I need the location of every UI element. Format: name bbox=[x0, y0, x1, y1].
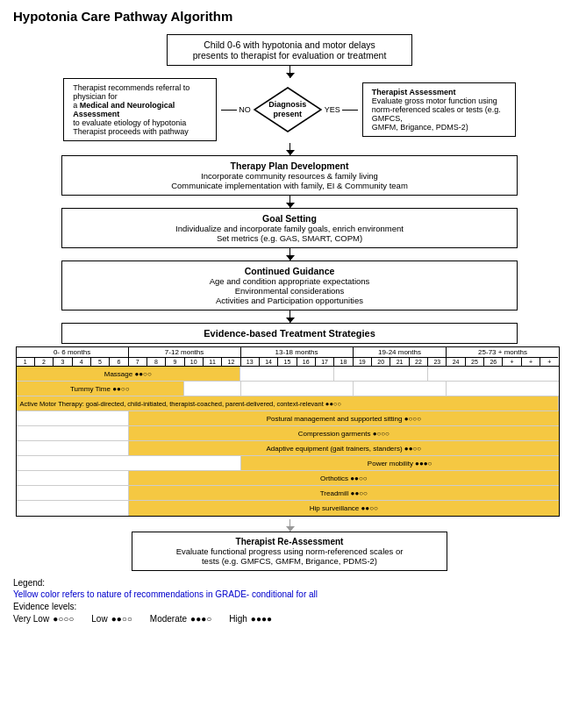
row-active-motor: Active Motor Therapy: goal-directed, chi… bbox=[17, 396, 559, 411]
right-decision-box: Therapist Assessment Evaluate gross moto… bbox=[362, 82, 516, 137]
postural-empty bbox=[17, 411, 130, 425]
adaptive-bar: Adaptive equipment (gait trainers, stand… bbox=[129, 441, 558, 455]
massage-empty3 bbox=[428, 367, 558, 381]
evidence-strategies-box: Evidence-based Treatment Strategies bbox=[61, 323, 518, 344]
left-box-text: Therapist recommends referral to physici… bbox=[73, 83, 189, 136]
hline-right bbox=[342, 110, 358, 111]
row-massage: Massage ●●○○ bbox=[17, 367, 559, 382]
tummytime-bar: Tummy Time ●●○○ bbox=[17, 382, 185, 396]
row-postural: Postural management and supported sittin… bbox=[17, 411, 559, 426]
goal-setting-text: Individualize and incorporate family goa… bbox=[175, 224, 404, 243]
hip-bar: Hip surveillance ●●○○ bbox=[129, 501, 558, 516]
group-0-6-nums: 1 2 3 4 5 6 bbox=[17, 358, 128, 366]
step1-box: Child 0-6 with hypotonia and motor delay… bbox=[167, 34, 412, 66]
row-compression: Compression garments ●○○○ bbox=[17, 426, 559, 441]
compression-empty bbox=[17, 426, 130, 440]
power-bar: Power mobility ●●●○ bbox=[241, 456, 559, 470]
legend-moderate: Moderate ●●●○ bbox=[150, 614, 211, 624]
power-empty bbox=[17, 456, 241, 470]
arrow-3 bbox=[290, 196, 290, 208]
timeline-grid: 0- 6 months 1 2 3 4 5 6 7-12 months 7 bbox=[16, 346, 560, 517]
continued-guidance-box: Continued Guidance Age and condition app… bbox=[61, 261, 518, 310]
reassessment-box: Therapist Re-Assessment Evaluate functio… bbox=[132, 532, 447, 571]
legend-high-dots: ●●●● bbox=[251, 614, 272, 624]
timeline-section: 0- 6 months 1 2 3 4 5 6 7-12 months 7 bbox=[16, 346, 564, 517]
legend-high-label: High bbox=[229, 614, 247, 624]
arrow-1 bbox=[290, 66, 290, 78]
treadmill-empty bbox=[17, 486, 130, 500]
legend-note: Yellow color refers to nature of recomme… bbox=[13, 589, 566, 599]
page-title: Hypotonia Care Pathway Algorithm bbox=[13, 9, 566, 24]
orthotics-empty bbox=[17, 471, 130, 485]
treadmill-bar: Treadmill ●●○○ bbox=[129, 486, 558, 500]
tummytime-empty3 bbox=[354, 382, 447, 396]
tummytime-empty2 bbox=[241, 382, 354, 396]
continued-guidance-text: Age and condition appropriate expectatio… bbox=[210, 276, 370, 305]
group-19-24: 19-24 months 19 20 21 22 23 bbox=[354, 347, 447, 366]
legend-moderate-label: Moderate bbox=[150, 614, 187, 624]
arrow-6 bbox=[290, 519, 290, 532]
right-box-text: Evaluate gross motor function usingnorm-… bbox=[372, 96, 501, 132]
therapy-plan-title: Therapy Plan Development bbox=[231, 161, 349, 171]
legend-low: Low ●●○○ bbox=[91, 614, 132, 624]
active-motor-bar: Active Motor Therapy: goal-directed, chi… bbox=[17, 396, 559, 410]
evidence-strategies-title: Evidence-based Treatment Strategies bbox=[204, 328, 375, 339]
timeline-header: 0- 6 months 1 2 3 4 5 6 7-12 months 7 bbox=[17, 347, 559, 367]
decision-row: Therapist recommends referral to physici… bbox=[26, 78, 553, 141]
legend-items-row: Very Low ●○○○ Low ●●○○ Moderate ●●●○ Hig… bbox=[13, 614, 566, 624]
goal-setting-box: Goal Setting Individualize and incorpora… bbox=[61, 208, 518, 248]
legend-section: Legend: Yellow color refers to nature of… bbox=[13, 578, 566, 624]
group-0-6: 0- 6 months 1 2 3 4 5 6 bbox=[17, 347, 129, 366]
group-0-6-label: 0- 6 months bbox=[17, 347, 128, 358]
group-7-12: 7-12 months 7 8 9 10 11 12 bbox=[129, 347, 241, 366]
goal-setting-title: Goal Setting bbox=[262, 213, 317, 224]
legend-very-low-label: Very Low bbox=[13, 614, 49, 624]
orthotics-bar: Orthotics ●●○○ bbox=[129, 471, 558, 485]
group-25-73: 25-73 + months 24 25 26 + + + bbox=[447, 347, 558, 366]
reassessment-text: Evaluate functional progress using norm-… bbox=[176, 546, 404, 566]
arrow-5 bbox=[290, 310, 290, 323]
compression-bar: Compression garments ●○○○ bbox=[129, 426, 558, 440]
massage-empty1 bbox=[240, 367, 334, 381]
tummytime-empty4 bbox=[447, 382, 558, 396]
reassessment-title: Therapist Re-Assessment bbox=[236, 537, 344, 546]
postural-bar: Postural management and supported sittin… bbox=[129, 411, 558, 425]
legend-very-low: Very Low ●○○○ bbox=[13, 614, 74, 624]
therapy-plan-text: Incorporate community resources & family… bbox=[171, 171, 408, 190]
legend-very-low-dots: ●○○○ bbox=[53, 614, 74, 624]
yes-label: YES bbox=[325, 105, 340, 114]
no-label: NO bbox=[239, 105, 251, 114]
legend-low-label: Low bbox=[91, 614, 107, 624]
row-orthotics: Orthotics ●●○○ bbox=[17, 471, 559, 486]
row-power-mobility: Power mobility ●●●○ bbox=[17, 456, 559, 471]
group-13-18: 13-18 months 13 14 15 16 17 18 bbox=[241, 347, 354, 366]
hip-empty bbox=[17, 501, 130, 516]
legend-evidence-label: Evidence levels: bbox=[13, 602, 566, 611]
continued-guidance-title: Continued Guidance bbox=[245, 266, 335, 276]
left-decision-box: Therapist recommends referral to physici… bbox=[63, 78, 217, 141]
arrow-4 bbox=[290, 248, 290, 261]
hline-left bbox=[221, 110, 237, 111]
legend-low-dots: ●●○○ bbox=[111, 614, 132, 624]
legend-intro: Legend: bbox=[13, 578, 566, 588]
adaptive-empty bbox=[17, 441, 130, 455]
row-adaptive: Adaptive equipment (gait trainers, stand… bbox=[17, 441, 559, 456]
diamond: Diagnosis present bbox=[253, 86, 323, 134]
therapy-plan-box: Therapy Plan Development Incorporate com… bbox=[61, 155, 518, 196]
massage-bar: Massage ●●○○ bbox=[17, 367, 240, 381]
tummytime-empty1 bbox=[184, 382, 241, 396]
massage-empty2 bbox=[334, 367, 428, 381]
row-tummytime: Tummy Time ●●○○ bbox=[17, 382, 559, 396]
step1-text: Child 0-6 with hypotonia and motor delay… bbox=[193, 39, 387, 61]
arrow-2 bbox=[290, 143, 290, 155]
row-hip-surveillance: Hip surveillance ●●○○ bbox=[17, 501, 559, 516]
diamond-text: Diagnosis present bbox=[268, 100, 306, 119]
legend-high: High ●●●● bbox=[229, 614, 272, 624]
row-treadmill: Treadmill ●●○○ bbox=[17, 486, 559, 501]
legend-moderate-dots: ●●●○ bbox=[190, 614, 211, 624]
right-box-title: Therapist Assessment bbox=[372, 88, 456, 96]
